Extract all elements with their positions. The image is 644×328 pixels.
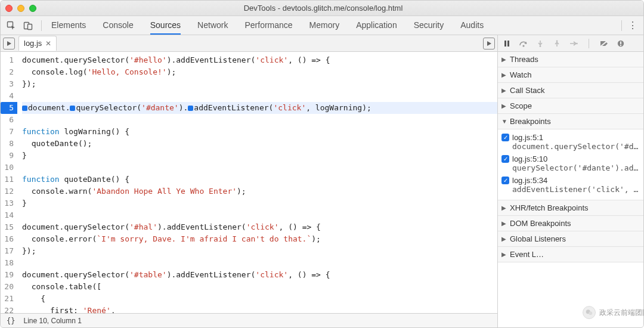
code-line[interactable] [22, 162, 497, 174]
code-line[interactable] [22, 209, 497, 221]
tab-performance[interactable]: Performance [244, 17, 292, 35]
line-number[interactable]: 21 [1, 293, 14, 305]
line-number[interactable]: 1 [1, 54, 14, 66]
section-threads[interactable]: ▶Threads [498, 52, 643, 67]
code-line[interactable]: first: 'René', [22, 305, 497, 313]
file-tab-log-js[interactable]: log.js ✕ [18, 36, 57, 51]
column-breakpoint-marker[interactable] [188, 106, 193, 111]
section-watch[interactable]: ▶Watch [498, 67, 643, 83]
line-number[interactable]: 20 [1, 281, 14, 293]
breakpoint-item[interactable]: log.js:5:34addEventListener('click', log… [498, 175, 643, 196]
code-line[interactable]: document.querySelector('#hal').addEventL… [22, 221, 497, 233]
pause-icon[interactable] [501, 38, 512, 49]
more-options-icon[interactable]: ⋮ [626, 20, 640, 31]
tab-elements[interactable]: Elements [51, 17, 86, 35]
zoom-window-button[interactable] [29, 5, 36, 12]
line-number[interactable]: 14 [1, 209, 14, 221]
line-number[interactable]: 8 [1, 138, 14, 150]
devtools-window: DevTools - devtools.glitch.me/console/lo… [0, 0, 644, 328]
breakpoint-checkbox[interactable] [501, 134, 509, 141]
code-line[interactable]: } [22, 197, 497, 209]
code-line[interactable]: }); [22, 78, 497, 90]
column-breakpoint-marker[interactable] [22, 106, 27, 111]
tab-sources[interactable]: Sources [150, 17, 181, 35]
breakpoint-item[interactable]: log.js:5:10querySelector('#dante').addEv… [498, 153, 643, 175]
breakpoint-checkbox[interactable] [501, 155, 509, 163]
section-global-listeners[interactable]: ▶Global Listeners [498, 231, 643, 247]
line-number[interactable]: 15 [1, 221, 14, 233]
code-editor[interactable]: 123456789101112131415161718192021222324 … [1, 52, 497, 313]
code-line[interactable]: { [22, 293, 497, 305]
tab-console[interactable]: Console [103, 17, 133, 35]
code-line[interactable]: document.querySelector('#hello').addEven… [22, 54, 497, 66]
tab-audits[interactable]: Audits [460, 17, 484, 35]
step-out-icon[interactable] [552, 38, 562, 49]
section-event-l-[interactable]: ▶Event L… [498, 247, 643, 262]
step-into-icon[interactable] [535, 38, 546, 49]
line-number[interactable]: 22 [1, 305, 14, 313]
pause-on-exceptions-icon[interactable] [615, 38, 626, 49]
line-number-gutter[interactable]: 123456789101112131415161718192021222324 [1, 52, 17, 313]
line-number[interactable]: 17 [1, 245, 14, 257]
code-line[interactable]: console.error(`I'm sorry, Dave. I'm afra… [22, 233, 497, 245]
code-line[interactable]: } [22, 150, 497, 162]
line-number[interactable]: 10 [1, 162, 14, 174]
breakpoint-location: log.js:5:34 [512, 176, 640, 185]
inspect-element-icon[interactable] [4, 18, 18, 33]
section-breakpoints[interactable]: ▼Breakpoints [498, 114, 643, 129]
close-window-button[interactable] [5, 5, 13, 12]
svg-point-5 [522, 45, 524, 47]
breakpoint-checkbox[interactable] [501, 177, 509, 184]
tab-application[interactable]: Application [356, 17, 397, 35]
line-number[interactable]: 16 [1, 233, 14, 245]
minimize-window-button[interactable] [17, 5, 24, 12]
tab-security[interactable]: Security [414, 17, 444, 35]
code-line[interactable]: console.log('Hello, Console!'); [22, 66, 497, 78]
tab-network[interactable]: Network [197, 17, 228, 35]
step-over-icon[interactable] [518, 38, 529, 49]
chevron-down-icon: ▼ [501, 118, 507, 125]
code-line[interactable]: quoteDante(); [22, 138, 497, 150]
line-number[interactable]: 4 [1, 90, 14, 102]
code-line[interactable]: console.table([ [22, 281, 497, 293]
line-number[interactable]: 6 [1, 114, 14, 126]
device-toolbar-icon[interactable] [21, 18, 35, 33]
code-line[interactable]: function logWarning() { [22, 126, 497, 138]
line-number[interactable]: 18 [1, 257, 14, 269]
line-number[interactable]: 11 [1, 174, 14, 185]
code-line[interactable]: function quoteDante() { [22, 174, 497, 185]
section-xhr-fetch-breakpoints[interactable]: ▶XHR/fetch Breakpoints [498, 200, 643, 216]
step-icon[interactable] [568, 38, 579, 49]
column-breakpoint-marker[interactable] [70, 106, 75, 111]
deactivate-breakpoints-icon[interactable] [599, 38, 609, 49]
line-number[interactable]: 5 [1, 102, 17, 114]
line-number[interactable]: 9 [1, 150, 14, 162]
line-number[interactable]: 3 [1, 78, 14, 90]
code-line[interactable]: document.querySelector('#dante').addEven… [22, 102, 497, 114]
line-number[interactable]: 19 [1, 269, 14, 281]
section-label: DOM Breakpoints [510, 219, 571, 228]
code-line[interactable] [22, 114, 497, 126]
close-icon[interactable]: ✕ [45, 39, 51, 48]
code-line[interactable]: console.warn('Abandon Hope All Ye Who En… [22, 185, 497, 197]
code-line[interactable] [22, 257, 497, 269]
svg-rect-12 [620, 45, 621, 46]
line-number[interactable]: 12 [1, 185, 14, 197]
pretty-print-icon[interactable]: {} [7, 317, 15, 325]
section-scope[interactable]: ▶Scope [498, 98, 643, 114]
code-line[interactable]: }); [22, 245, 497, 257]
line-number[interactable]: 13 [1, 197, 14, 209]
section-call-stack[interactable]: ▶Call Stack [498, 83, 643, 98]
line-number[interactable]: 2 [1, 66, 14, 78]
code-line[interactable]: document.querySelector('#table').addEven… [22, 269, 497, 281]
line-number[interactable]: 7 [1, 126, 14, 138]
navigator-toggle-icon[interactable] [3, 38, 15, 49]
breakpoint-item[interactable]: log.js:5:1document.querySelector('#dante… [498, 132, 643, 153]
code-area[interactable]: document.querySelector('#hello').addEven… [17, 52, 497, 313]
run-snippet-icon[interactable] [483, 38, 495, 49]
chevron-right-icon: ▶ [501, 87, 507, 94]
tab-memory[interactable]: Memory [309, 17, 340, 35]
section-dom-breakpoints[interactable]: ▶DOM Breakpoints [498, 216, 643, 231]
separator [589, 39, 589, 48]
code-line[interactable] [22, 90, 497, 102]
